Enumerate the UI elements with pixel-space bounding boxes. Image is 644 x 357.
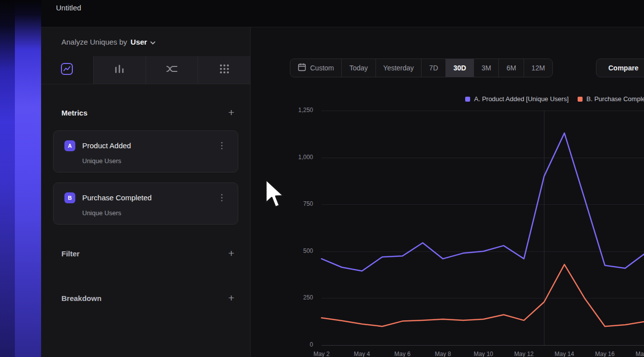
tab-bar-chart[interactable] [93,56,146,84]
gridline [322,345,644,346]
analyze-by-dropdown[interactable]: User [131,38,156,46]
legend-swatch [465,97,470,102]
metric-title: Purchase Completed [82,193,152,202]
kebab-menu-icon[interactable]: ⋮ [214,139,230,152]
breakdown-label: Breakdown [61,294,102,302]
metric-subtitle[interactable]: Unique Users [54,157,238,165]
breakdown-section-header: Breakdown + [41,285,250,311]
metric-badge-b: B [64,192,75,203]
y-axis-tick-label: 250 [251,294,313,301]
metrics-label: Metrics [61,109,88,117]
metric-title: Product Added [82,141,131,150]
legend-label: A. Product Added [Unique Users] [474,95,569,103]
chart-panel: Custom Today Yesterday 7D 30D 3M 6M 12M … [250,27,644,357]
bar-chart-icon [113,63,125,77]
series-line-b [322,264,644,326]
analyze-by-value: User [131,38,147,46]
x-axis-tick-label: May 4 [345,351,379,357]
legend-item[interactable]: A. Product Added [Unique Users] [465,95,569,103]
y-axis-tick-label: 1,000 [251,154,313,161]
legend-item[interactable]: B. Purchase Completed [Unique Users] [578,95,644,103]
series-plot [322,111,644,345]
date-range-toolbar: Custom Today Yesterday 7D 30D 3M 6M 12M [290,59,553,77]
kebab-menu-icon[interactable]: ⋮ [214,191,230,204]
app-nav-strip-edge [0,0,15,357]
tab-line-chart[interactable] [41,56,93,84]
filter-label: Filter [61,249,80,258]
metric-subtitle[interactable]: Unique Users [54,209,238,217]
range-12m-button[interactable]: 12M [524,59,552,77]
filter-section-header: Filter + [41,240,250,267]
topbar: Untitled [41,0,644,27]
x-axis-tick-label: May 18 [628,351,644,357]
series-line-a [322,133,644,271]
analyze-label: Analyze Uniques by [61,38,127,46]
range-label: Custom [310,64,334,72]
y-axis-tick-label: 750 [251,200,313,207]
add-breakdown-button[interactable]: + [224,291,238,305]
sidebar: Analyze Uniques by User [41,27,250,357]
x-axis-tick-label: May 8 [426,351,460,357]
date-range-group: Custom Today Yesterday 7D 30D 3M 6M 12M [290,59,553,77]
y-axis-tick-label: 0 [251,341,313,348]
range-7d-button[interactable]: 7D [422,59,446,77]
x-axis-tick-label: May 6 [385,351,420,357]
calendar-icon [298,63,306,73]
x-axis-tick-label: May 12 [507,351,541,357]
x-axis-tick-label: May 14 [547,351,582,357]
metric-card-b[interactable]: B Purchase Completed ⋮ Unique Users [53,182,238,225]
legend-swatch [578,97,583,102]
metrics-section-header: Metrics + [41,99,250,126]
tab-grid-dots[interactable] [198,56,250,84]
grid-dots-icon [218,63,230,77]
report-title[interactable]: Untitled [56,3,81,12]
y-axis-tick-label: 500 [251,247,313,254]
range-30d-button[interactable]: 30D [446,59,474,77]
y-axis-tick-label: 1,250 [251,107,313,114]
range-yesterday-button[interactable]: Yesterday [376,59,422,77]
line-chart-icon [60,62,73,77]
chart-legend: A. Product Added [Unique Users]B. Purcha… [465,95,644,103]
metric-card-b-head: B Purchase Completed ⋮ [54,183,238,204]
analyze-row: Analyze Uniques by User [41,27,250,56]
tab-flows[interactable] [146,56,198,84]
metric-badge-a: A [64,140,75,151]
app-nav-strip [0,0,41,357]
legend-label: B. Purchase Completed [Unique Users] [587,95,644,103]
range-3m-button[interactable]: 3M [474,59,499,77]
x-axis-tick-label: May 10 [466,351,501,357]
x-axis-tick-label: May 16 [588,351,622,357]
metric-card-a[interactable]: A Product Added ⋮ Unique Users [53,130,238,173]
x-axis-tick-label: May 2 [304,351,339,357]
chart-type-tabs [41,56,250,84]
metric-card-a-head: A Product Added ⋮ [54,131,238,152]
range-custom-button[interactable]: Custom [290,59,342,77]
range-today-button[interactable]: Today [342,59,376,77]
flows-icon [165,63,178,77]
compare-button[interactable]: Compare [596,59,644,77]
range-6m-button[interactable]: 6M [499,59,524,77]
add-filter-button[interactable]: + [224,246,238,260]
chevron-down-icon [150,38,156,46]
add-metric-button[interactable]: + [224,106,238,119]
